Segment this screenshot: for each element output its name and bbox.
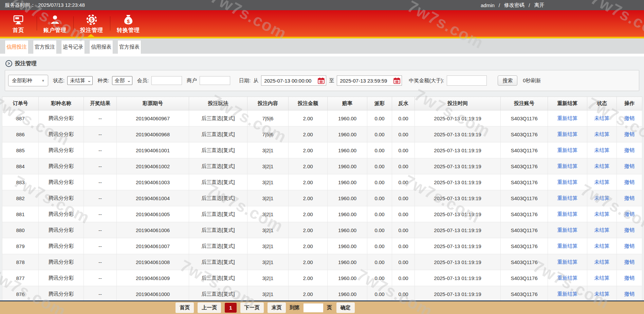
status-link[interactable]: 未结算	[594, 115, 610, 121]
status-link[interactable]: 未结算	[594, 163, 610, 169]
cancel-link[interactable]: 撤销	[624, 211, 634, 217]
status-link[interactable]: 未结算	[594, 195, 610, 201]
cell-amount: 2.00	[289, 190, 328, 206]
table-row: 880腾讯分分彩--201904061006后三直选[复式]3|2|12.001…	[2, 222, 642, 238]
cell-status: 未结算	[587, 174, 617, 190]
logout-link[interactable]: 离开	[534, 2, 544, 8]
cancel-link[interactable]: 撤销	[624, 115, 634, 121]
cell-status: 未结算	[587, 142, 617, 158]
change-password-link[interactable]: 修改密碼	[504, 2, 525, 8]
cancel-link[interactable]: 撤销	[624, 147, 634, 153]
resettle-link[interactable]: 重新结算	[557, 195, 578, 201]
type-select-value: 全部	[115, 77, 125, 84]
cell-status: 未结算	[587, 238, 617, 254]
cell-action: 撤销	[617, 158, 642, 174]
tab-bar: 信用投注官方投注追号记录信用报表官方报表	[0, 38, 644, 54]
tab-credit-report[interactable]: 信用报表	[89, 40, 113, 54]
lottery-select[interactable]: 全部彩种 ▼	[8, 75, 48, 86]
cancel-link[interactable]: 撤销	[624, 259, 634, 265]
status-select[interactable]: 未结算 ⌄	[67, 76, 93, 85]
goto-confirm-button[interactable]: 确定	[336, 302, 355, 313]
cell-payout: 0.00	[367, 286, 392, 302]
cell-play: 后三直选[复式]	[189, 158, 247, 174]
tab-credit-bet[interactable]: 信用投注	[5, 40, 29, 54]
cell-name: 腾讯分分彩	[39, 286, 84, 302]
cell-rebate: 0.00	[392, 206, 415, 222]
cell-order: 881	[2, 206, 39, 222]
cell-odds: 1960.00	[328, 158, 367, 174]
status-link[interactable]: 未结算	[594, 131, 610, 137]
status-link[interactable]: 未结算	[594, 147, 610, 153]
nav-item-home[interactable]: 首页	[0, 10, 37, 37]
calendar-icon[interactable]	[318, 77, 325, 84]
status-link[interactable]: 未结算	[594, 259, 610, 265]
pagination-bar: 首页 上一页 1 下一页 末页 到第 页 确定	[0, 300, 644, 314]
resettle-link[interactable]: 重新结算	[557, 179, 578, 185]
resettle-link[interactable]: 重新结算	[557, 291, 578, 297]
cell-odds: 1960.00	[328, 206, 367, 222]
cancel-link[interactable]: 撤销	[624, 131, 634, 137]
date-to-input[interactable]: 2025-07-13 23:59:59	[337, 75, 402, 86]
date-from-input[interactable]: 2025-07-13 00:00:00	[261, 75, 326, 86]
cell-period: 201904061004	[117, 190, 189, 206]
cell-account: S403Q1176	[501, 110, 548, 126]
status-link[interactable]: 未结算	[594, 243, 610, 249]
resettle-link[interactable]: 重新结算	[557, 243, 578, 249]
next-page-button[interactable]: 下一页	[240, 302, 264, 313]
resettle-link[interactable]: 重新结算	[557, 147, 578, 153]
nav-item-betting[interactable]: $投注管理	[73, 10, 110, 37]
table-row: 883腾讯分分彩--201904061003后三直选[复式]3|2|12.001…	[2, 174, 642, 190]
status-link[interactable]: 未结算	[594, 275, 610, 281]
resettle-link[interactable]: 重新结算	[557, 211, 578, 217]
resettle-link[interactable]: 重新结算	[557, 227, 578, 233]
status-link[interactable]: 未结算	[594, 227, 610, 233]
cell-play: 后三直选[复式]	[189, 110, 247, 126]
cell-action: 撤销	[617, 270, 642, 286]
resettle-link[interactable]: 重新结算	[557, 115, 578, 121]
cell-payout: 0.00	[367, 142, 392, 158]
cell-odds: 1960.00	[328, 222, 367, 238]
cell-resettle: 重新结算	[548, 110, 587, 126]
prev-page-button[interactable]: 上一页	[198, 302, 221, 313]
cancel-link[interactable]: 撤销	[624, 291, 634, 297]
cancel-link[interactable]: 撤销	[624, 227, 634, 233]
resettle-link[interactable]: 重新结算	[557, 259, 578, 265]
cancel-link[interactable]: 撤销	[624, 195, 634, 201]
status-link[interactable]: 未结算	[594, 291, 610, 297]
column-header: 操作	[617, 97, 642, 110]
type-select[interactable]: 全部 ⌄	[112, 76, 132, 85]
member-input[interactable]	[151, 76, 182, 85]
cell-time: 2025-07-13 01:19:19	[415, 206, 501, 222]
status-link[interactable]: 未结算	[594, 179, 610, 185]
cell-payout: 0.00	[367, 206, 392, 222]
cell-order: 884	[2, 158, 39, 174]
goto-page-input[interactable]	[303, 303, 323, 312]
username[interactable]: admin	[481, 2, 495, 8]
first-page-button[interactable]: 首页	[176, 302, 194, 313]
cancel-link[interactable]: 撤销	[624, 163, 634, 169]
last-page-button[interactable]: 末页	[268, 302, 286, 313]
nav-item-convert[interactable]: $转换管理	[110, 10, 147, 37]
win-amount-input[interactable]	[447, 75, 487, 86]
cancel-link[interactable]: 撤销	[624, 275, 634, 281]
resettle-link[interactable]: 重新结算	[557, 275, 578, 281]
current-page-button[interactable]: 1	[225, 303, 236, 313]
column-header: 投注内容	[247, 97, 289, 110]
calendar-icon[interactable]	[393, 77, 400, 84]
tab-chase-record[interactable]: 追号记录	[61, 40, 85, 54]
status-link[interactable]: 未结算	[594, 211, 610, 217]
cell-payout: 0.00	[367, 238, 392, 254]
merchant-input[interactable]	[200, 76, 230, 85]
cancel-link[interactable]: 撤销	[624, 243, 634, 249]
cell-order: 885	[2, 142, 39, 158]
cell-account: S403Q1176	[501, 206, 548, 222]
search-button[interactable]: 搜索	[498, 75, 517, 86]
page-unit-label: 页	[327, 304, 332, 311]
resettle-link[interactable]: 重新结算	[557, 163, 578, 169]
tab-official-bet[interactable]: 官方投注	[33, 40, 57, 54]
tab-official-report[interactable]: 官方报表	[117, 40, 141, 54]
cancel-link[interactable]: 撤销	[624, 179, 634, 185]
cell-account: S403Q1176	[501, 286, 548, 302]
resettle-link[interactable]: 重新结算	[557, 131, 578, 137]
nav-item-account[interactable]: 账户管理	[37, 10, 73, 37]
